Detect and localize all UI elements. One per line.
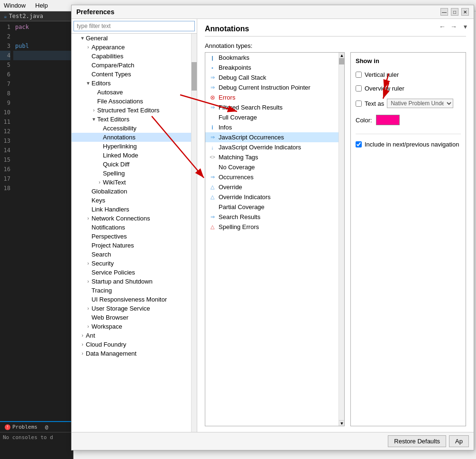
tree-item-ui-responsiveness[interactable]: UI Responsiveness Monitor: [72, 295, 191, 304]
annotation-item-search-results[interactable]: ⇒ Search Results: [205, 212, 339, 222]
annotation-item-override-indicators[interactable]: △ Override Indicators: [205, 192, 339, 202]
no-coverage-icon: [209, 164, 216, 171]
scroll-up-button[interactable]: ▲: [339, 53, 345, 58]
annotation-list-scrollbar[interactable]: ▲ ▼: [339, 53, 344, 426]
tree-item-service-policies[interactable]: Service Policies: [72, 268, 191, 277]
annotation-label: No Coverage: [219, 164, 255, 171]
tree-item-cloud-foundry[interactable]: › Cloud Foundry: [72, 340, 191, 349]
tree-filter-input[interactable]: [73, 21, 195, 31]
tree-item-link-handlers[interactable]: Link Handlers: [72, 205, 191, 214]
restore-defaults-button[interactable]: Restore Defaults: [388, 435, 446, 447]
editor-tab[interactable]: ☕ Test2.java: [0, 11, 73, 21]
tree-item-web-browser[interactable]: Web Browser: [72, 313, 191, 322]
annotation-item-infos[interactable]: i Infos: [205, 122, 339, 132]
tree-item-network[interactable]: › Network Connections: [72, 214, 191, 223]
annotation-label: Infos: [219, 124, 232, 131]
annotation-item-debug-callstack[interactable]: ⇒ Debug Call Stack: [205, 73, 339, 83]
annotation-label: Matching Tags: [219, 154, 258, 161]
line-number: 1: [0, 22, 10, 32]
overview-ruler-checkbox[interactable]: [356, 85, 362, 92]
tree-item-startup[interactable]: › Startup and Shutdown: [72, 277, 191, 286]
include-nav-checkbox[interactable]: [356, 141, 362, 147]
tree-item-hyperlinking[interactable]: Hyperlinking: [72, 142, 191, 151]
tree-item-label: Spelling: [103, 170, 125, 177]
tree-item-compare[interactable]: Compare/Patch: [72, 61, 191, 70]
tree-item-text-editors[interactable]: ▼ Text Editors: [72, 115, 191, 124]
tree-item-quick-diff[interactable]: Quick Diff: [72, 160, 191, 169]
line-number: 17: [0, 174, 10, 184]
tree-item-accessibility[interactable]: Accessibility: [72, 124, 191, 133]
code-line: [13, 155, 73, 165]
color-swatch[interactable]: [376, 115, 400, 125]
dialog-titlebar: Preferences — □ ✕: [72, 5, 474, 19]
tree-item-perspectives[interactable]: Perspectives: [72, 232, 191, 241]
tree-item-content-types[interactable]: Content Types: [72, 70, 191, 79]
tree-item-security[interactable]: › Security: [72, 259, 191, 268]
problems-icon: !: [5, 424, 10, 430]
text-as-checkbox[interactable]: [356, 101, 362, 107]
tree-item-user-storage[interactable]: › User Storage Service: [72, 304, 191, 313]
tree-item-workspace[interactable]: › Workspace: [72, 322, 191, 331]
dialog-minimize-button[interactable]: —: [440, 8, 448, 16]
annotation-item-debug-ptr[interactable]: ⇒ Debug Current Instruction Pointer: [205, 83, 339, 92]
tree-item-spelling[interactable]: Spelling: [72, 169, 191, 178]
apply-button[interactable]: Ap: [449, 435, 469, 447]
tree-item-wikitext[interactable]: › WikiText: [72, 178, 191, 187]
dialog-maximize-button[interactable]: □: [451, 8, 458, 16]
tree-item-autosave[interactable]: Autosave: [72, 88, 191, 97]
annotation-item-bookmarks[interactable]: | Bookmarks: [205, 53, 339, 63]
tree-item-globalization[interactable]: Globalization: [72, 187, 191, 196]
vertical-ruler-checkbox[interactable]: [356, 72, 362, 78]
console-tab[interactable]: @: [43, 423, 50, 431]
line-number: 8: [0, 89, 10, 98]
annotation-item-override[interactable]: △ Override: [205, 182, 339, 192]
menu-window[interactable]: Window: [2, 1, 27, 10]
line-number: 15: [0, 155, 10, 165]
tree-scrollbar[interactable]: [191, 34, 197, 432]
tree-item-general[interactable]: ▼ General: [72, 34, 191, 43]
code-line: [13, 98, 73, 108]
tree-item-label: WikiText: [103, 179, 126, 186]
tree-item-tracing[interactable]: Tracing: [72, 286, 191, 295]
line-number: 11: [0, 117, 10, 127]
tree-item-label: Startup and Shutdown: [92, 278, 153, 285]
console-tab-label: @: [45, 424, 48, 430]
annotation-item-full-coverage[interactable]: Full Coverage: [205, 112, 339, 122]
tree-item-keys[interactable]: Keys: [72, 196, 191, 205]
annotation-item-partial-coverage[interactable]: Partial Coverage: [205, 202, 339, 212]
annotation-item-errors[interactable]: ⊗ Errors: [205, 92, 339, 102]
tree-item-annotations[interactable]: Annotations: [72, 133, 191, 142]
annotation-label: Occurrences: [219, 174, 254, 181]
tree-item-linked-mode[interactable]: Linked Mode: [72, 151, 191, 160]
annotation-item-matching-tags[interactable]: <> Matching Tags: [205, 152, 339, 162]
annotation-item-js-override[interactable]: ↓ JavaScript Override Indicators: [205, 142, 339, 152]
tree-item-struct-text[interactable]: › Structured Text Editors: [72, 106, 191, 115]
tree-item-ant[interactable]: › Ant: [72, 331, 191, 340]
annotation-item-no-coverage[interactable]: No Coverage: [205, 162, 339, 172]
nav-forward-button[interactable]: →: [449, 22, 458, 31]
annotation-item-breakpoints[interactable]: • Breakpoints: [205, 63, 339, 73]
annotation-item-spelling-errors[interactable]: △ Spelling Errors: [205, 222, 339, 232]
problems-tab[interactable]: ! Problems: [3, 423, 39, 431]
tree-item-editors[interactable]: ▼ Editors: [72, 79, 191, 88]
panel-menu-button[interactable]: ▾: [460, 22, 470, 31]
tree-item-capabilities[interactable]: Capabilities: [72, 52, 191, 61]
tree-item-search[interactable]: Search: [72, 250, 191, 259]
nav-back-button[interactable]: ←: [438, 22, 447, 31]
annotation-item-filtered-search[interactable]: ⇒ Filtered Search Results: [205, 102, 339, 112]
text-as-select[interactable]: Native Problem Under: [387, 99, 453, 108]
scroll-down-button[interactable]: ▼: [339, 420, 345, 426]
expand-arrow: ›: [85, 216, 92, 221]
tree-item-file-assoc[interactable]: File Associations: [72, 97, 191, 106]
menu-help[interactable]: Help: [33, 1, 50, 10]
tree-item-project-natures[interactable]: Project Natures: [72, 241, 191, 250]
occurrences-icon: ⇒: [209, 174, 216, 181]
expand-arrow: ›: [96, 180, 103, 185]
annotation-item-occurrences[interactable]: ⇒ Occurrences: [205, 172, 339, 182]
tree-item-notifications[interactable]: Notifications: [72, 223, 191, 232]
tree-item-data-mgmt[interactable]: › Data Management: [72, 349, 191, 358]
dialog-close-button[interactable]: ✕: [461, 8, 469, 16]
annotation-item-js-occurrences[interactable]: ⇒ JavaScript Occurrences: [205, 132, 339, 142]
tree-item-label: Hyperlinking: [103, 143, 137, 150]
tree-item-appearance[interactable]: › Appearance: [72, 43, 191, 52]
